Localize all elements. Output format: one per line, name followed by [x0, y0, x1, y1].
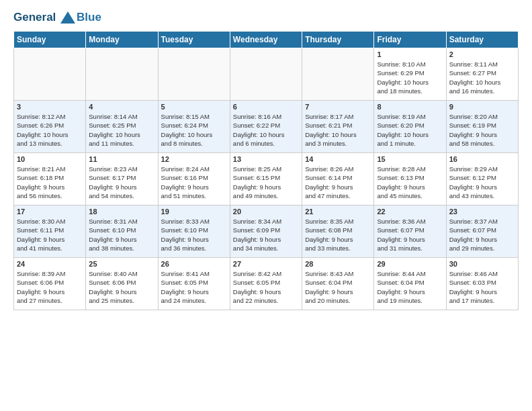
calendar-cell: 28Sunrise: 8:43 AM Sunset: 6:04 PM Dayli… [302, 258, 374, 310]
day-info: Sunrise: 8:17 AM Sunset: 6:21 PM Dayligh… [305, 112, 371, 148]
calendar-cell: 30Sunrise: 8:46 AM Sunset: 6:03 PM Dayli… [446, 258, 518, 310]
calendar-cell: 2Sunrise: 8:11 AM Sunset: 6:27 PM Daylig… [446, 48, 518, 101]
calendar-cell: 7Sunrise: 8:17 AM Sunset: 6:21 PM Daylig… [302, 101, 374, 153]
calendar-cell: 20Sunrise: 8:34 AM Sunset: 6:09 PM Dayli… [230, 205, 302, 258]
calendar-cell [14, 48, 86, 101]
day-info: Sunrise: 8:29 AM Sunset: 6:12 PM Dayligh… [449, 165, 515, 200]
calendar-week-row: 17Sunrise: 8:30 AM Sunset: 6:11 PM Dayli… [14, 205, 519, 258]
day-info: Sunrise: 8:39 AM Sunset: 6:06 PM Dayligh… [17, 269, 83, 305]
day-number: 21 [305, 208, 371, 216]
day-info: Sunrise: 8:15 AM Sunset: 6:24 PM Dayligh… [161, 112, 227, 148]
calendar-week-row: 1Sunrise: 8:10 AM Sunset: 6:29 PM Daylig… [14, 48, 519, 101]
calendar-week-row: 24Sunrise: 8:39 AM Sunset: 6:06 PM Dayli… [14, 258, 519, 310]
calendar-cell: 21Sunrise: 8:35 AM Sunset: 6:08 PM Dayli… [302, 205, 374, 258]
day-number: 3 [17, 103, 83, 111]
calendar-cell: 17Sunrise: 8:30 AM Sunset: 6:11 PM Dayli… [14, 205, 86, 258]
day-number: 13 [233, 155, 299, 163]
day-info: Sunrise: 8:46 AM Sunset: 6:03 PM Dayligh… [449, 269, 515, 305]
page: General Blue SundayMondayTuesdayWednesda… [0, 0, 532, 411]
day-info: Sunrise: 8:28 AM Sunset: 6:13 PM Dayligh… [377, 165, 443, 200]
weekday-header: Saturday [446, 32, 518, 48]
weekday-header: Sunday [14, 32, 86, 48]
calendar-cell: 18Sunrise: 8:31 AM Sunset: 6:10 PM Dayli… [86, 205, 158, 258]
day-number: 24 [17, 260, 83, 268]
calendar-week-row: 10Sunrise: 8:21 AM Sunset: 6:18 PM Dayli… [14, 153, 519, 205]
day-info: Sunrise: 8:19 AM Sunset: 6:20 PM Dayligh… [377, 112, 443, 148]
weekday-header: Thursday [302, 32, 374, 48]
logo: General Blue [13, 11, 101, 24]
day-info: Sunrise: 8:40 AM Sunset: 6:06 PM Dayligh… [89, 269, 154, 305]
day-number: 9 [449, 103, 515, 111]
calendar-cell: 22Sunrise: 8:36 AM Sunset: 6:07 PM Dayli… [374, 205, 446, 258]
calendar-cell: 29Sunrise: 8:44 AM Sunset: 6:04 PM Dayli… [374, 258, 446, 310]
day-number: 8 [377, 103, 443, 111]
calendar-cell: 19Sunrise: 8:33 AM Sunset: 6:10 PM Dayli… [158, 205, 230, 258]
day-number: 2 [449, 50, 515, 58]
calendar-cell: 25Sunrise: 8:40 AM Sunset: 6:06 PM Dayli… [86, 258, 158, 310]
day-info: Sunrise: 8:12 AM Sunset: 6:26 PM Dayligh… [17, 112, 83, 148]
day-number: 12 [161, 155, 227, 163]
weekday-header: Friday [374, 32, 446, 48]
calendar-cell: 4Sunrise: 8:14 AM Sunset: 6:25 PM Daylig… [86, 101, 158, 153]
day-info: Sunrise: 8:35 AM Sunset: 6:08 PM Dayligh… [305, 217, 371, 253]
day-info: Sunrise: 8:42 AM Sunset: 6:05 PM Dayligh… [233, 269, 299, 305]
day-info: Sunrise: 8:41 AM Sunset: 6:05 PM Dayligh… [161, 269, 227, 305]
calendar-cell: 3Sunrise: 8:12 AM Sunset: 6:26 PM Daylig… [14, 101, 86, 153]
day-info: Sunrise: 8:24 AM Sunset: 6:16 PM Dayligh… [161, 165, 227, 200]
svg-marker-0 [60, 11, 75, 24]
day-info: Sunrise: 8:31 AM Sunset: 6:10 PM Dayligh… [89, 217, 154, 253]
day-number: 20 [233, 208, 299, 216]
calendar-cell: 8Sunrise: 8:19 AM Sunset: 6:20 PM Daylig… [374, 101, 446, 153]
calendar-cell: 14Sunrise: 8:26 AM Sunset: 6:14 PM Dayli… [302, 153, 374, 205]
calendar-cell: 15Sunrise: 8:28 AM Sunset: 6:13 PM Dayli… [374, 153, 446, 205]
day-number: 25 [89, 260, 154, 268]
calendar-cell [302, 48, 374, 101]
day-number: 27 [233, 260, 299, 268]
calendar-cell: 12Sunrise: 8:24 AM Sunset: 6:16 PM Dayli… [158, 153, 230, 205]
day-number: 6 [233, 103, 299, 111]
day-info: Sunrise: 8:25 AM Sunset: 6:15 PM Dayligh… [233, 165, 299, 200]
day-info: Sunrise: 8:20 AM Sunset: 6:19 PM Dayligh… [449, 112, 515, 148]
day-number: 5 [161, 103, 227, 111]
day-info: Sunrise: 8:14 AM Sunset: 6:25 PM Dayligh… [89, 112, 154, 148]
day-number: 23 [449, 208, 515, 216]
day-number: 10 [17, 155, 83, 163]
day-info: Sunrise: 8:11 AM Sunset: 6:27 PM Dayligh… [449, 60, 515, 95]
day-info: Sunrise: 8:10 AM Sunset: 6:29 PM Dayligh… [377, 60, 443, 95]
day-number: 11 [89, 155, 154, 163]
day-info: Sunrise: 8:36 AM Sunset: 6:07 PM Dayligh… [377, 217, 443, 253]
day-info: Sunrise: 8:34 AM Sunset: 6:09 PM Dayligh… [233, 217, 299, 253]
day-number: 17 [17, 208, 83, 216]
calendar-week-row: 3Sunrise: 8:12 AM Sunset: 6:26 PM Daylig… [14, 101, 519, 153]
logo-general: General [13, 11, 56, 24]
weekday-header: Monday [86, 32, 158, 48]
calendar-cell: 1Sunrise: 8:10 AM Sunset: 6:29 PM Daylig… [374, 48, 446, 101]
day-number: 30 [449, 260, 515, 268]
calendar-cell: 11Sunrise: 8:23 AM Sunset: 6:17 PM Dayli… [86, 153, 158, 205]
day-number: 26 [161, 260, 227, 268]
calendar-cell: 5Sunrise: 8:15 AM Sunset: 6:24 PM Daylig… [158, 101, 230, 153]
logo-blue: Blue [77, 11, 101, 24]
calendar-cell: 23Sunrise: 8:37 AM Sunset: 6:07 PM Dayli… [446, 205, 518, 258]
calendar-cell [230, 48, 302, 101]
day-number: 15 [377, 155, 443, 163]
day-info: Sunrise: 8:16 AM Sunset: 6:22 PM Dayligh… [233, 112, 299, 148]
day-number: 16 [449, 155, 515, 163]
day-info: Sunrise: 8:23 AM Sunset: 6:17 PM Dayligh… [89, 165, 154, 200]
header: General Blue [13, 11, 519, 24]
calendar-cell: 16Sunrise: 8:29 AM Sunset: 6:12 PM Dayli… [446, 153, 518, 205]
day-info: Sunrise: 8:26 AM Sunset: 6:14 PM Dayligh… [305, 165, 371, 200]
calendar-cell: 10Sunrise: 8:21 AM Sunset: 6:18 PM Dayli… [14, 153, 86, 205]
day-number: 28 [305, 260, 371, 268]
calendar-cell: 27Sunrise: 8:42 AM Sunset: 6:05 PM Dayli… [230, 258, 302, 310]
calendar-cell: 24Sunrise: 8:39 AM Sunset: 6:06 PM Dayli… [14, 258, 86, 310]
day-number: 4 [89, 103, 154, 111]
day-info: Sunrise: 8:44 AM Sunset: 6:04 PM Dayligh… [377, 269, 443, 305]
day-number: 29 [377, 260, 443, 268]
day-info: Sunrise: 8:43 AM Sunset: 6:04 PM Dayligh… [305, 269, 371, 305]
day-number: 14 [305, 155, 371, 163]
calendar-cell: 9Sunrise: 8:20 AM Sunset: 6:19 PM Daylig… [446, 101, 518, 153]
calendar-cell [158, 48, 230, 101]
day-number: 7 [305, 103, 371, 111]
weekday-header-row: SundayMondayTuesdayWednesdayThursdayFrid… [14, 32, 519, 48]
